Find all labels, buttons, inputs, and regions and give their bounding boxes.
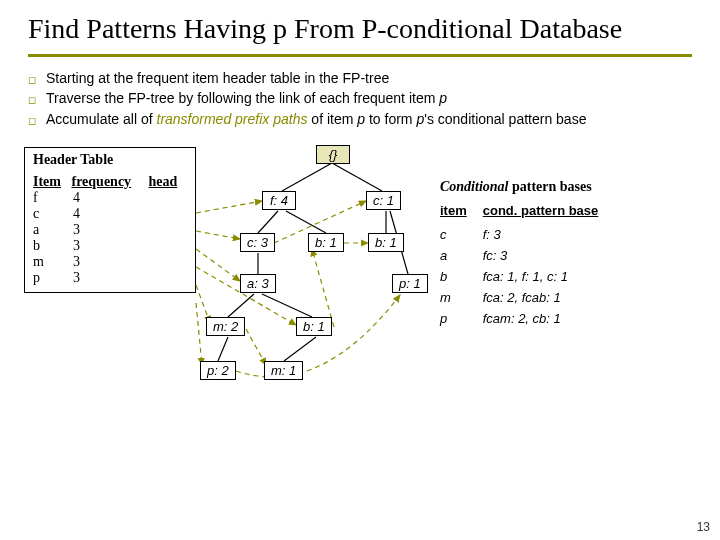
tree-node: b: 1 [368, 233, 404, 252]
bullet-text: Accumulate all of transformed prefix pat… [46, 110, 692, 129]
bullet-item: ◻ Starting at the frequent item header t… [28, 69, 692, 88]
header-table-columns: Item frequency head [33, 174, 187, 190]
tree-node: f: 4 [262, 191, 296, 210]
diagram-area: Header Table Item frequency head f4 c4 a… [0, 139, 720, 459]
table-row: m3 [33, 254, 187, 270]
svg-line-0 [282, 163, 332, 191]
svg-line-8 [262, 294, 312, 317]
tree-node: b: 1 [296, 317, 332, 336]
svg-line-10 [284, 337, 316, 361]
header-table-title: Header Table [33, 152, 187, 168]
cpb-table: item cond. pattern base cf: 3 afc: 3 bfc… [440, 201, 614, 329]
svg-line-14 [196, 249, 240, 281]
svg-line-16 [312, 249, 334, 327]
bullet-list: ◻ Starting at the frequent item header t… [0, 65, 720, 140]
tree-node: m: 1 [264, 361, 303, 380]
header-table: Header Table Item frequency head f4 c4 a… [24, 147, 196, 293]
page-number: 13 [697, 520, 710, 534]
cpb-col-base: cond. pattern base [483, 201, 615, 224]
svg-line-9 [218, 337, 228, 361]
tree-node: m: 2 [206, 317, 245, 336]
table-row: pfcam: 2, cb: 1 [440, 308, 614, 329]
table-row: f4 [33, 190, 187, 206]
slide-title: Find Patterns Having p From P-conditiona… [0, 0, 720, 54]
svg-line-20 [196, 303, 202, 365]
bullet-item: ◻ Accumulate all of transformed prefix p… [28, 110, 692, 129]
tree-node: c: 1 [366, 191, 401, 210]
table-row: c4 [33, 206, 187, 222]
svg-line-11 [196, 201, 262, 213]
table-row: a3 [33, 222, 187, 238]
table-row: cf: 3 [440, 224, 614, 245]
tree-node: c: 3 [240, 233, 275, 252]
svg-line-19 [246, 329, 266, 365]
square-bullet-icon: ◻ [28, 69, 46, 88]
table-row: mfca: 2, fcab: 1 [440, 287, 614, 308]
svg-line-2 [258, 211, 278, 233]
bullet-item: ◻ Traverse the FP-tree by following the … [28, 89, 692, 108]
title-underline [28, 54, 692, 57]
cpb-title: Conditional pattern bases [440, 179, 614, 195]
bullet-text: Traverse the FP-tree by following the li… [46, 89, 692, 108]
table-row: b3 [33, 238, 187, 254]
table-row: afc: 3 [440, 245, 614, 266]
square-bullet-icon: ◻ [28, 110, 46, 129]
svg-line-7 [228, 294, 254, 317]
table-row: p3 [33, 270, 187, 286]
square-bullet-icon: ◻ [28, 89, 46, 108]
table-row: bfca: 1, f: 1, c: 1 [440, 266, 614, 287]
tree-node-root: {} [316, 145, 350, 164]
bullet-text: Starting at the frequent item header tab… [46, 69, 692, 88]
cpb-col-item: item [440, 201, 483, 224]
tree-node: p: 2 [200, 361, 236, 380]
svg-line-3 [286, 211, 326, 233]
tree-node: a: 3 [240, 274, 276, 293]
svg-line-1 [332, 163, 382, 191]
tree-node: b: 1 [308, 233, 344, 252]
conditional-pattern-bases: Conditional pattern bases item cond. pat… [440, 179, 614, 329]
svg-line-12 [196, 231, 240, 239]
tree-node: p: 1 [392, 274, 428, 293]
